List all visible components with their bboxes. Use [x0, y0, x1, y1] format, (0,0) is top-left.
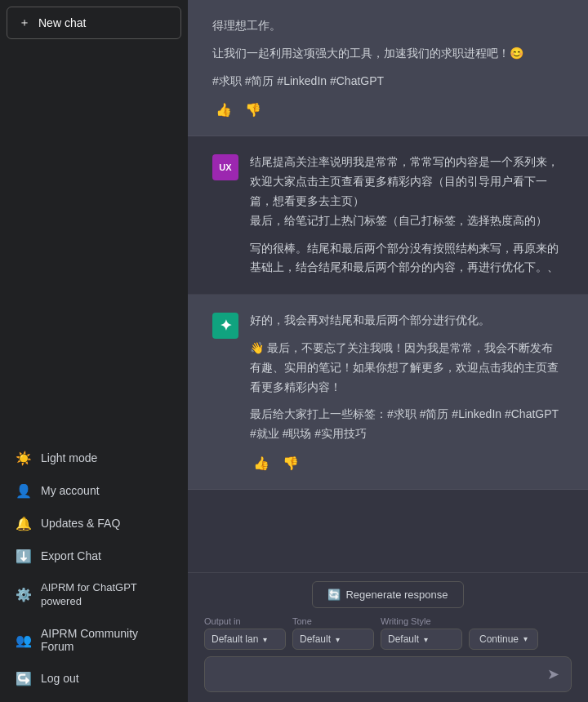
- send-icon: ➤: [547, 665, 559, 683]
- sidebar-item-export-chat[interactable]: ⬇️ Export Chat: [7, 540, 181, 571]
- chat-area[interactable]: 得理想工作。 让我们一起利用这项强大的工具，加速我们的求职进程吧！😊 #求职 #…: [188, 0, 588, 572]
- tone-value: Default: [300, 633, 331, 645]
- regenerate-label: Regenerate response: [345, 589, 448, 601]
- logout-icon: ↪️: [16, 671, 31, 686]
- regenerate-icon: 🔄: [327, 589, 341, 601]
- message-header-3: ✦ 好的，我会再对结尾和最后两个部分进行优化。 👋 最后，不要忘了关注我哦！因为…: [212, 311, 564, 444]
- continue-button[interactable]: Continue ▾: [469, 629, 538, 650]
- sidebar-item-label: Light mode: [41, 451, 97, 464]
- sidebar-item-label: AIPRM for ChatGPT powered: [41, 581, 172, 609]
- output-label: Output in: [204, 616, 286, 626]
- message-block-1: 得理想工作。 让我们一起利用这项强大的工具，加速我们的求职进程吧！😊 #求职 #…: [188, 0, 588, 136]
- sidebar-spacer: [7, 46, 181, 442]
- msg2-line1: 结尾提高关注率说明我是常常，常常写的内容是一个系列来，欢迎大家点击主页查看更多精…: [250, 153, 564, 230]
- msg1-line3: #求职 #简历 #LinkedIn #ChatGPT: [212, 72, 564, 91]
- msg1-line2: 让我们一起利用这项强大的工具，加速我们的求职进程吧！😊: [212, 44, 564, 64]
- message-block-3: ✦ 好的，我会再对结尾和最后两个部分进行优化。 👋 最后，不要忘了关注我哦！因为…: [188, 295, 588, 490]
- msg1-line1: 得理想工作。: [212, 16, 564, 36]
- message-content-1: 得理想工作。 让我们一起利用这项强大的工具，加速我们的求职进程吧！😊 #求职 #…: [212, 16, 564, 91]
- plus-icon: ＋: [19, 16, 30, 30]
- sun-icon: ☀️: [16, 451, 31, 465]
- thumbs-down-button-1[interactable]: 👎: [242, 100, 265, 119]
- msg3-line2: 👋 最后，不要忘了关注我哦！因为我是常常，我会不断发布有趣、实用的笔记！如果你想…: [250, 339, 564, 397]
- sidebar-item-updates-faq[interactable]: 🔔 Updates & FAQ: [7, 508, 181, 539]
- sidebar-item-community-forum[interactable]: 👥 AIPRM Community Forum: [7, 619, 181, 661]
- bell-icon: 🔔: [16, 516, 31, 531]
- user-icon: 👤: [16, 483, 31, 498]
- message-header-2: UX 结尾提高关注率说明我是常常，常常写的内容是一个系列来，欢迎大家点击主页查看…: [212, 153, 564, 278]
- sidebar-item-label: Updates & FAQ: [41, 517, 120, 530]
- output-group: Output in Default lan ▾: [204, 616, 286, 650]
- writing-style-label: Writing Style: [381, 616, 462, 626]
- bottom-area: 🔄 Regenerate response Output in Default …: [188, 572, 588, 702]
- output-select[interactable]: Default lan ▾: [204, 629, 286, 650]
- main-content: AIPRM 得理想工作。 让我们一起利用这项强大的工具，加速我们的求职进程吧！😊…: [188, 0, 588, 702]
- chat-input[interactable]: [215, 664, 539, 684]
- chevron-down-icon-4: ▾: [523, 634, 528, 643]
- new-chat-label: New chat: [38, 16, 86, 29]
- thumbs-up-button-1[interactable]: 👍: [212, 100, 235, 119]
- input-row: ➤: [204, 656, 572, 692]
- new-chat-button[interactable]: ＋ New chat: [7, 7, 181, 39]
- chevron-down-icon-3: ▾: [424, 635, 428, 644]
- sidebar-item-label: My account: [41, 484, 100, 497]
- writing-style-value: Default: [388, 633, 419, 645]
- user-avatar: UX: [212, 154, 238, 180]
- thumbs-down-button-3[interactable]: 👎: [279, 454, 302, 473]
- message-content-2: 结尾提高关注率说明我是常常，常常写的内容是一个系列来，欢迎大家点击主页查看更多精…: [250, 153, 564, 278]
- tone-select[interactable]: Default ▾: [292, 629, 374, 650]
- download-icon: ⬇️: [16, 549, 31, 563]
- sidebar: ＋ New chat ☀️ Light mode 👤 My account 🔔 …: [0, 0, 188, 702]
- sidebar-item-label: AIPRM Community Forum: [41, 627, 172, 653]
- tone-label: Tone: [292, 616, 374, 626]
- sidebar-item-label: Log out: [41, 672, 79, 685]
- tone-group: Tone Default ▾: [292, 616, 374, 650]
- sidebar-item-log-out[interactable]: ↪️ Log out: [7, 663, 181, 694]
- msg3-line3: 最后给大家打上一些标签：#求职 #简历 #LinkedIn #ChatGPT #…: [250, 405, 564, 444]
- feedback-row-3: 👍 👎: [250, 454, 564, 473]
- ai-avatar: ✦: [212, 313, 238, 339]
- thumbs-up-button-3[interactable]: 👍: [250, 454, 273, 473]
- message-content-3: 好的，我会再对结尾和最后两个部分进行优化。 👋 最后，不要忘了关注我哦！因为我是…: [250, 311, 564, 444]
- chevron-down-icon: ▾: [263, 635, 267, 644]
- controls-row: Output in Default lan ▾ Tone Default ▾ W…: [204, 616, 572, 650]
- sidebar-item-light-mode[interactable]: ☀️ Light mode: [7, 442, 181, 473]
- writing-style-select[interactable]: Default ▾: [381, 629, 462, 650]
- regenerate-row: 🔄 Regenerate response: [204, 581, 572, 608]
- chevron-down-icon-2: ▾: [336, 635, 340, 644]
- sidebar-item-my-account[interactable]: 👤 My account: [7, 475, 181, 506]
- writing-style-group: Writing Style Default ▾: [381, 616, 462, 650]
- continue-label: Continue: [479, 633, 519, 645]
- sidebar-item-aiprm-powered[interactable]: ⚙️ AIPRM for ChatGPT powered: [7, 573, 181, 617]
- send-button[interactable]: ➤: [546, 664, 561, 685]
- regenerate-button[interactable]: 🔄 Regenerate response: [312, 581, 463, 608]
- msg3-line1: 好的，我会再对结尾和最后两个部分进行优化。: [250, 311, 564, 331]
- sidebar-item-label: Export Chat: [41, 549, 101, 562]
- output-value: Default lan: [212, 633, 258, 645]
- gear-icon: ⚙️: [16, 588, 31, 602]
- community-icon: 👥: [16, 633, 31, 647]
- feedback-row-1: 👍 👎: [212, 100, 564, 119]
- msg2-line2: 写的很棒。结尾和最后两个部分没有按照结构来写，再原来的基础上，结合结尾和最后两个…: [250, 239, 564, 278]
- message-block-2: UX 结尾提高关注率说明我是常常，常常写的内容是一个系列来，欢迎大家点击主页查看…: [188, 136, 588, 295]
